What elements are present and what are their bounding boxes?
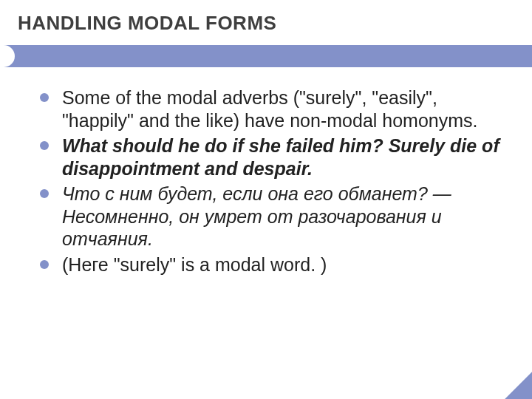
bullet-text: What should he do if she failed him? Sur… [62,135,499,179]
slide: HANDLING MODAL FORMS Some of the modal a… [0,0,532,399]
accent-bar [0,45,532,67]
list-item: (Неге "surely" is a modal word. ) [40,253,502,276]
slide-content: Some of the modal adverbs ("surely", "ea… [0,67,532,276]
bullet-text: Что с ним будет, если она его обманет? —… [62,183,451,249]
slide-title: HANDLING MODAL FORMS [18,12,514,35]
list-item: What should he do if she failed him? Sur… [40,134,502,180]
list-item: Some of the modal adverbs ("surely", "ea… [40,86,502,132]
list-item: Что с ним будет, если она его обманет? —… [40,183,502,250]
bullet-text: Some of the modal adverbs ("surely", "ea… [62,87,478,131]
corner-accent [494,361,532,399]
bullet-list: Some of the modal adverbs ("surely", "ea… [40,86,502,276]
bullet-text: (Неге "surely" is a modal word. ) [62,254,327,275]
slide-header: HANDLING MODAL FORMS [0,0,532,35]
